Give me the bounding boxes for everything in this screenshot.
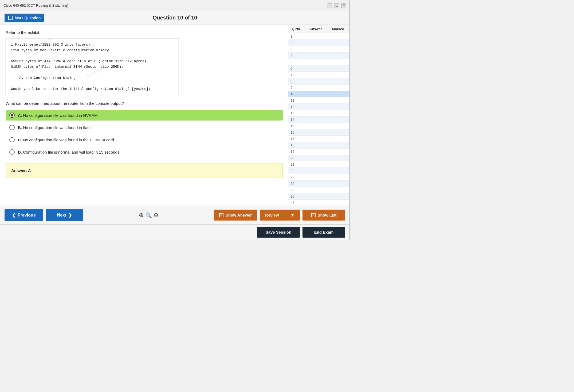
sidebar-row[interactable]: 21 [288, 161, 349, 168]
zoom-controls: ⊕ 🔍 ⊖ [139, 212, 158, 219]
option-b[interactable]: B. No configuration file was found in fl… [6, 122, 283, 133]
review-arrow-icon: ▼ [290, 213, 294, 217]
sidebar-row[interactable]: 18 [288, 142, 349, 149]
toolbar: Mark Question Question 10 of 10 [0, 11, 349, 25]
sidebar-qno-6: 6 [288, 66, 304, 70]
show-list-button[interactable]: Show List [302, 210, 345, 221]
option-radio-d [9, 149, 15, 155]
sidebar-row[interactable]: 14 [288, 117, 349, 123]
show-answer-icon [219, 213, 223, 217]
end-exam-label: End Exam [314, 230, 334, 234]
end-exam-button[interactable]: End Exam [302, 227, 345, 238]
zoom-reset-button[interactable]: 🔍 [145, 212, 152, 218]
show-answer-button[interactable]: Show Answer [214, 210, 257, 221]
minimize-button[interactable]: — [328, 3, 332, 8]
sidebar-row[interactable]: 24 [288, 181, 349, 187]
zoom-out-button[interactable]: ⊖ [154, 212, 158, 219]
sidebar-row[interactable]: 20 [288, 155, 349, 161]
sidebar-qno-20: 20 [288, 156, 304, 160]
sidebar-row[interactable]: 12 [288, 104, 349, 110]
sidebar-header-qno: Q No. [288, 26, 304, 31]
sidebar-row[interactable]: 10 [288, 91, 349, 97]
mark-checkbox-icon [8, 16, 13, 20]
answer-label: Answer: A [11, 168, 31, 173]
option-text-d: D. Configuration file is normal and will… [18, 150, 120, 154]
sidebar-row[interactable]: 1 [288, 33, 349, 40]
prev-chevron-icon: ❮ [12, 213, 15, 218]
review-button[interactable]: Review ▼ [260, 210, 300, 221]
refer-text: Refer to the exhibit. [6, 30, 283, 35]
sidebar-qno-11: 11 [288, 98, 304, 102]
sidebar-qno-21: 21 [288, 162, 304, 166]
mark-question-button[interactable]: Mark Question [5, 14, 44, 22]
sidebar-row[interactable]: 15 [288, 123, 349, 129]
option-a[interactable]: A. No configuration file was found in NV… [6, 110, 283, 121]
sidebar-qno-16: 16 [288, 130, 304, 134]
sidebar-row[interactable]: 17 [288, 136, 349, 142]
question-title: Question 10 of 10 [153, 15, 197, 21]
option-radio-a [9, 113, 15, 118]
previous-button[interactable]: ❮ Previous [5, 209, 43, 221]
sidebar-qno-24: 24 [288, 182, 304, 186]
sidebar-qno-10: 10 [288, 92, 304, 96]
sidebar-row[interactable]: 4 [288, 53, 349, 59]
option-text-b: B. No configuration file was found in fl… [18, 125, 93, 130]
sidebar-row[interactable]: 8 [288, 78, 349, 85]
sidebar-qno-27: 27 [288, 201, 304, 205]
zoom-in-button[interactable]: ⊕ [139, 212, 144, 219]
title-bar: Cisco 640-692 (CCT Routing & Switching) … [0, 0, 349, 11]
sidebar-qno-19: 19 [288, 150, 304, 154]
sidebar-row[interactable]: 16 [288, 129, 349, 136]
sidebar: Q No. Answer Marked 12345678910111213141… [288, 25, 349, 206]
action-buttons: Show Answer Review ▼ Show List [214, 210, 345, 221]
sidebar-qno-2: 2 [288, 41, 304, 45]
sidebar-qno-23: 23 [288, 175, 304, 179]
option-radio-c [9, 137, 15, 142]
sidebar-header: Q No. Answer Marked [288, 25, 349, 33]
sidebar-qno-12: 12 [288, 105, 304, 109]
save-session-button[interactable]: Save Session [257, 227, 300, 238]
sidebar-qno-9: 9 [288, 86, 304, 90]
sidebar-row[interactable]: 11 [288, 97, 349, 104]
sidebar-row[interactable]: 27 [288, 200, 349, 206]
bottom-bar: ❮ Previous Next ❯ ⊕ 🔍 ⊖ Show Answer Revi… [0, 206, 349, 224]
sidebar-header-marked: Marked [327, 26, 350, 31]
show-answer-label: Show Answer [226, 213, 252, 217]
nav-buttons: ❮ Previous Next ❯ [5, 209, 83, 221]
option-c[interactable]: C. No configuration file was found in th… [6, 134, 283, 145]
option-d[interactable]: D. Configuration file is normal and will… [6, 147, 283, 157]
next-button[interactable]: Next ❯ [46, 209, 83, 221]
sidebar-qno-8: 8 [288, 79, 304, 83]
main-content: Refer to the exhibit. 1 FastEthernet/IEE… [0, 25, 349, 206]
options-container: A. No configuration file was found in NV… [6, 110, 283, 159]
sidebar-row[interactable]: 19 [288, 149, 349, 155]
maximize-button[interactable]: □ [335, 3, 339, 8]
sidebar-row[interactable]: 6 [288, 65, 349, 72]
sidebar-row[interactable]: 7 [288, 72, 349, 78]
review-label: Review [265, 213, 279, 217]
sidebar-qno-1: 1 [288, 34, 304, 38]
close-button[interactable]: ✕ [341, 3, 346, 8]
sidebar-list[interactable]: 1234567891011121314151617181920212223242… [288, 33, 349, 206]
sidebar-qno-18: 18 [288, 143, 304, 147]
sidebar-qno-15: 15 [288, 124, 304, 128]
sidebar-row[interactable]: 25 [288, 187, 349, 193]
main-window: Cisco 640-692 (CCT Routing & Switching) … [0, 0, 350, 240]
sidebar-row[interactable]: 2 [288, 40, 349, 46]
option-text-c: C. No configuration file was found in th… [18, 138, 115, 142]
sidebar-qno-14: 14 [288, 118, 304, 122]
sidebar-row[interactable]: 5 [288, 59, 349, 65]
sidebar-header-answer: Answer [304, 26, 327, 31]
window-title: Cisco 640-692 (CCT Routing & Switching) [3, 3, 68, 7]
sidebar-row[interactable]: 9 [288, 85, 349, 91]
next-chevron-icon: ❯ [68, 213, 72, 218]
option-text-a: A. No configuration file was found in NV… [18, 113, 99, 118]
sidebar-row[interactable]: 23 [288, 174, 349, 181]
next-label: Next [57, 213, 66, 218]
sidebar-row[interactable]: 26 [288, 193, 349, 200]
sidebar-row[interactable]: 3 [288, 46, 349, 53]
sidebar-row[interactable]: 13 [288, 110, 349, 117]
sidebar-row[interactable]: 22 [288, 168, 349, 174]
question-area: Refer to the exhibit. 1 FastEthernet/IEE… [0, 25, 288, 206]
sidebar-qno-4: 4 [288, 54, 304, 58]
